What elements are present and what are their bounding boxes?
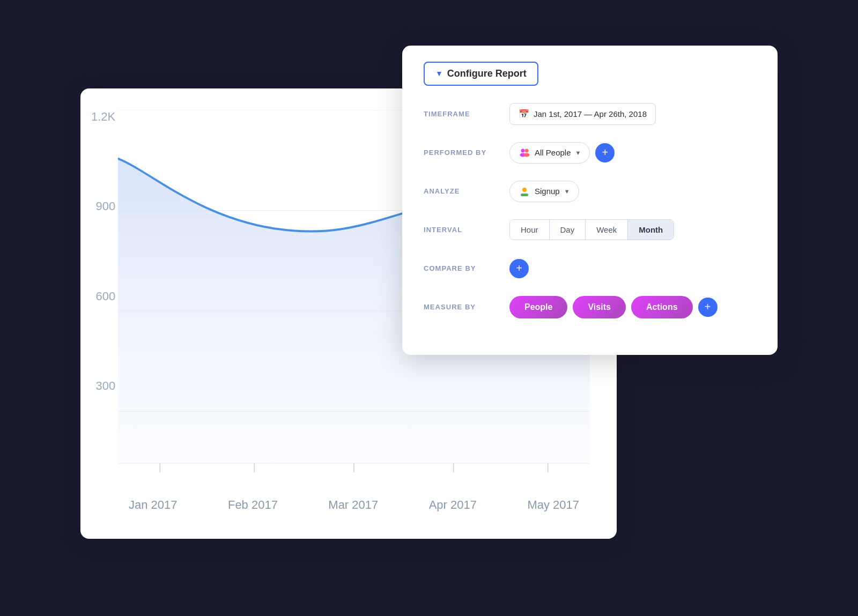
measure-visits-button[interactable]: Visits	[573, 296, 625, 318]
interval-week-button[interactable]: Week	[586, 220, 628, 240]
svg-point-13	[524, 153, 530, 157]
people-icon	[519, 147, 530, 159]
all-people-dropdown[interactable]: All People ▼	[509, 142, 590, 164]
performed-by-label: PERFORMED BY	[424, 149, 509, 157]
chevron-down-icon: ▼	[564, 188, 570, 195]
interval-day-button[interactable]: Day	[550, 220, 586, 240]
all-people-label: All People	[535, 148, 571, 157]
performed-by-add-button[interactable]: +	[595, 143, 615, 162]
interval-hour-button[interactable]: Hour	[510, 220, 550, 240]
analyze-content: Signup ▼	[509, 181, 579, 202]
interval-content: Hour Day Week Month	[509, 219, 674, 240]
timeframe-row: TIMEFRAME 📅 Jan 1st, 2017 — Apr 26th, 20…	[424, 102, 756, 127]
performed-by-row: PERFORMED BY All People ▼ +	[424, 140, 756, 165]
calendar-icon: 📅	[519, 109, 529, 119]
svg-point-10	[521, 149, 525, 152]
analyze-dropdown[interactable]: Signup ▼	[509, 181, 579, 202]
signup-icon	[519, 185, 530, 197]
timeframe-content: 📅 Jan 1st, 2017 — Apr 26th, 2018	[509, 103, 656, 125]
timeframe-label: TIMEFRAME	[424, 110, 509, 118]
svg-point-11	[525, 149, 529, 152]
interval-row: INTERVAL Hour Day Week Month	[424, 218, 756, 242]
y-label-900: 900	[96, 199, 116, 213]
analyze-label: ANALYZE	[424, 187, 509, 195]
compare-by-add-button[interactable]: +	[509, 259, 529, 278]
timeframe-value: Jan 1st, 2017 — Apr 26th, 2018	[534, 109, 647, 118]
interval-group: Hour Day Week Month	[509, 219, 674, 240]
y-label-1200: 1.2K	[91, 110, 115, 124]
y-label-300: 300	[96, 379, 116, 393]
x-label-jan: Jan 2017	[129, 498, 177, 512]
measure-by-content: People Visits Actions +	[509, 296, 718, 318]
config-panel: ▼ Configure Report TIMEFRAME 📅 Jan 1st, …	[402, 46, 778, 355]
analyze-row: ANALYZE Signup ▼	[424, 179, 756, 204]
chevron-down-icon: ▼	[575, 150, 581, 156]
compare-by-label: COMPARE BY	[424, 264, 509, 272]
measure-actions-button[interactable]: Actions	[631, 296, 693, 318]
x-label-mar: Mar 2017	[328, 498, 378, 512]
chart-y-labels: 1.2K 900 600 300	[91, 110, 115, 469]
svg-rect-15	[521, 194, 528, 196]
compare-by-row: COMPARE BY +	[424, 256, 756, 281]
configure-report-button[interactable]: ▼ Configure Report	[424, 62, 538, 86]
chart-x-labels: Jan 2017 Feb 2017 Mar 2017 Apr 2017 May …	[118, 498, 590, 512]
y-label-600: 600	[96, 290, 116, 303]
measure-by-add-button[interactable]: +	[698, 298, 718, 317]
x-label-feb: Feb 2017	[228, 498, 278, 512]
analyze-value: Signup	[535, 187, 560, 196]
measure-by-label: MEASURE BY	[424, 303, 509, 311]
measure-by-row: MEASURE BY People Visits Actions +	[424, 295, 756, 320]
performed-by-content: All People ▼ +	[509, 142, 615, 164]
configure-report-label: Configure Report	[447, 68, 527, 79]
interval-label: INTERVAL	[424, 226, 509, 234]
interval-month-button[interactable]: Month	[628, 220, 674, 240]
measure-people-button[interactable]: People	[509, 296, 567, 318]
x-label-apr: Apr 2017	[429, 498, 477, 512]
chevron-down-icon: ▼	[435, 69, 443, 78]
config-header: ▼ Configure Report	[424, 62, 756, 86]
timeframe-button[interactable]: 📅 Jan 1st, 2017 — Apr 26th, 2018	[509, 103, 656, 125]
compare-by-content: +	[509, 259, 529, 278]
x-label-may: May 2017	[527, 498, 579, 512]
svg-point-14	[522, 188, 527, 192]
